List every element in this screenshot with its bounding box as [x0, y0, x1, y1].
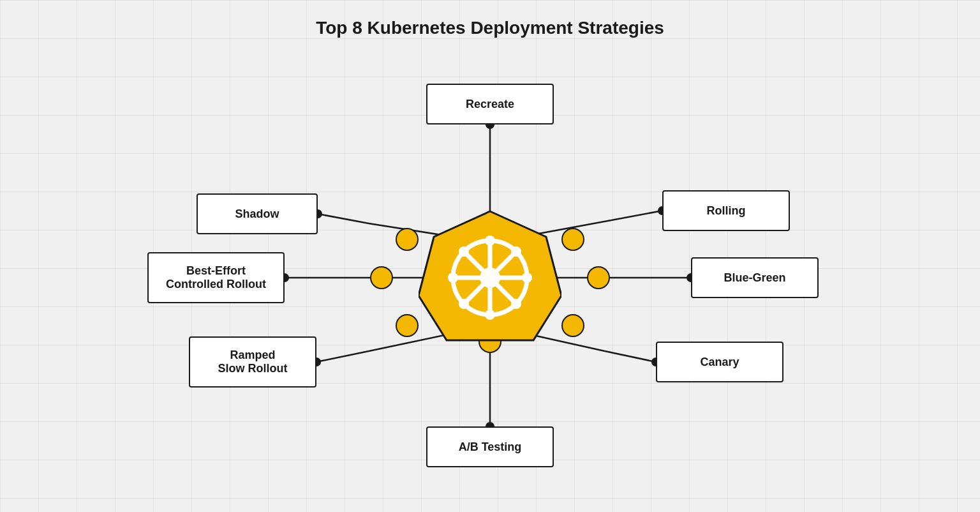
strategy-box-ab-testing: A/B Testing [426, 426, 554, 467]
strategy-label-best-effort: Best-Effort Controlled Rollout [166, 264, 266, 291]
svg-point-34 [459, 246, 469, 257]
strategy-label-shadow: Shadow [235, 207, 279, 221]
strategy-box-shadow: Shadow [197, 193, 318, 234]
junction-canary [561, 314, 584, 337]
svg-line-9 [318, 214, 369, 223]
svg-point-30 [511, 299, 521, 309]
svg-line-11 [316, 351, 369, 362]
svg-line-13 [605, 351, 656, 362]
strategy-box-best-effort: Best-Effort Controlled Rollout [147, 252, 285, 303]
strategy-label-blue-green: Blue-Green [724, 271, 785, 285]
strategy-label-ab-testing: A/B Testing [459, 440, 522, 454]
strategy-label-rolling: Rolling [707, 204, 746, 218]
page-title: Top 8 Kubernetes Deployment Strategies [316, 18, 664, 38]
strategy-box-rolling: Rolling [662, 190, 790, 231]
junction-shadow [396, 228, 419, 251]
svg-point-33 [448, 273, 458, 283]
kubernetes-center [419, 206, 561, 352]
junction-ramped [396, 314, 419, 337]
strategy-label-recreate: Recreate [466, 98, 514, 111]
svg-line-15 [611, 211, 662, 220]
strategy-label-canary: Canary [700, 356, 739, 369]
svg-point-31 [485, 310, 495, 320]
strategy-box-canary: Canary [656, 342, 783, 382]
diagram-container: Recreate Rolling Blue-Green Canary A/B T… [139, 51, 841, 498]
strategy-label-ramped: Ramped Slow Rollout [218, 349, 288, 375]
svg-point-32 [459, 299, 469, 309]
strategy-box-ramped: Ramped Slow Rollout [189, 336, 316, 388]
junction-best-effort [370, 266, 393, 289]
svg-point-27 [485, 236, 495, 246]
svg-point-29 [522, 273, 532, 283]
strategy-box-blue-green: Blue-Green [691, 257, 819, 298]
junction-rolling [561, 228, 584, 251]
svg-point-28 [511, 246, 521, 257]
strategy-box-recreate: Recreate [426, 84, 554, 124]
junction-blue-green [587, 266, 610, 289]
